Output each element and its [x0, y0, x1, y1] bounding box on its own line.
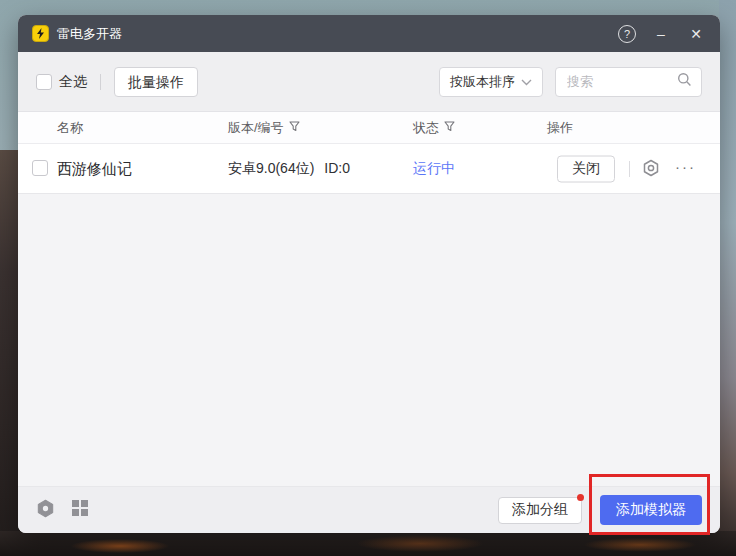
column-header-name-label: 名称 [57, 119, 83, 137]
sort-dropdown[interactable]: 按版本排序 [439, 67, 543, 97]
batch-operations-button[interactable]: 批量操作 [114, 67, 198, 97]
desktop: 雷电多开器 ? – ✕ 全选 批量操作 按版本排序 [0, 0, 736, 556]
app-logo-lightning-icon [32, 25, 49, 42]
minimize-icon[interactable]: – [651, 27, 671, 41]
window-controls: ? – ✕ [618, 25, 706, 43]
column-header-action: 操作 [547, 119, 573, 137]
window-title: 雷电多开器 [57, 25, 122, 43]
row-action-divider [629, 161, 630, 177]
column-header-name: 名称 [57, 119, 83, 137]
filter-funnel-icon[interactable] [444, 120, 455, 135]
status-badge-running: 运行中 [413, 160, 455, 178]
select-all-checkbox[interactable] [36, 74, 52, 90]
close-emulator-button[interactable]: 关闭 [557, 155, 615, 182]
search-input[interactable] [565, 73, 677, 90]
emulator-settings-gear-icon[interactable] [642, 159, 660, 181]
desktop-wallpaper [0, 150, 20, 556]
toolbar-divider [100, 74, 101, 90]
column-header-action-label: 操作 [547, 119, 573, 137]
emulator-instance-id: ID:0 [324, 160, 350, 178]
app-window: 雷电多开器 ? – ✕ 全选 批量操作 按版本排序 [18, 15, 720, 533]
add-group-label: 添加分组 [512, 501, 568, 519]
chevron-down-icon [521, 74, 532, 89]
table-header: 名称 版本/编号 状态 操作 [18, 111, 720, 144]
footer-right: 添加分组 添加模拟器 [498, 495, 702, 525]
column-header-version-label: 版本/编号 [228, 119, 284, 137]
filter-funnel-icon[interactable] [289, 120, 300, 135]
emulator-android-version: 安卓9.0(64位) [228, 160, 314, 178]
footer-bar: 添加分组 添加模拟器 [18, 486, 720, 533]
row-checkbox[interactable] [32, 160, 48, 176]
emulator-name: 西游修仙记 [57, 159, 132, 178]
desktop-wallpaper [719, 0, 736, 556]
close-icon[interactable]: ✕ [686, 27, 706, 41]
sort-dropdown-value: 按版本排序 [450, 73, 515, 91]
help-icon[interactable]: ? [618, 25, 636, 43]
emulator-version: 安卓9.0(64位) ID:0 [228, 160, 350, 178]
title-bar: 雷电多开器 ? – ✕ [18, 15, 720, 52]
toolbar-right: 按版本排序 [439, 67, 702, 97]
notification-dot-badge [577, 494, 584, 501]
desktop-wallpaper [0, 531, 736, 556]
search-box[interactable] [555, 67, 702, 97]
search-icon [677, 72, 692, 91]
add-emulator-button[interactable]: 添加模拟器 [600, 495, 702, 525]
grid-view-icon[interactable] [72, 500, 88, 520]
toolbar: 全选 批量操作 按版本排序 [18, 52, 720, 111]
column-header-status-label: 状态 [413, 119, 439, 137]
empty-list-area [18, 194, 720, 486]
more-options-icon[interactable]: ··· [675, 158, 696, 175]
global-settings-gear-icon[interactable] [36, 499, 55, 522]
column-header-version: 版本/编号 [228, 119, 300, 137]
select-all-label[interactable]: 全选 [59, 73, 87, 91]
column-header-status: 状态 [413, 119, 455, 137]
emulator-row: 西游修仙记 安卓9.0(64位) ID:0 运行中 关闭 ··· [18, 144, 720, 194]
add-group-button[interactable]: 添加分组 [498, 497, 582, 524]
